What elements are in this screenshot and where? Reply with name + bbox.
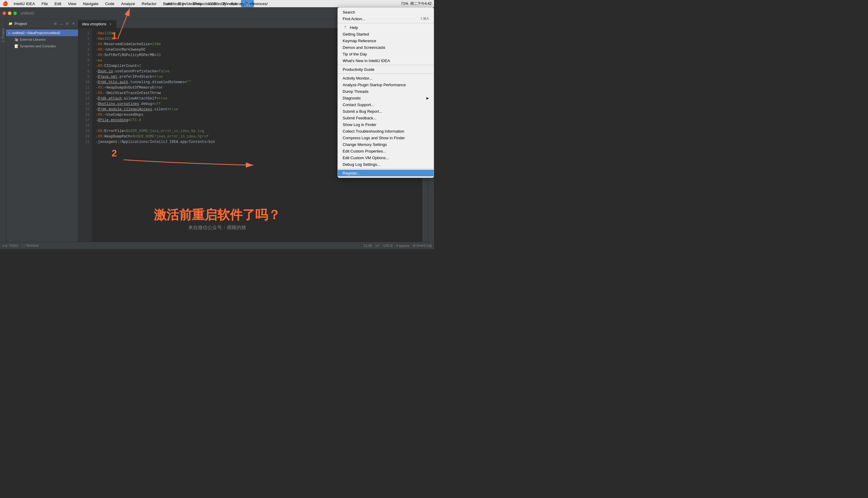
collapse-icon[interactable]: —	[59, 22, 64, 26]
demos-label: Demos and Screencasts	[342, 45, 386, 50]
traffic-lights	[2, 11, 17, 15]
hide-icon[interactable]: ✕	[71, 22, 76, 26]
menu-show-log[interactable]: Show Log in Finder	[338, 121, 434, 128]
maximize-button[interactable]	[13, 11, 17, 15]
debug-log-label: Debug Log Settings...	[342, 162, 380, 167]
menubar-navigate[interactable]: Navigate	[80, 0, 101, 7]
menu-submit-bug[interactable]: Submit a Bug Report...	[338, 108, 434, 115]
menubar-code[interactable]: Code	[103, 0, 117, 7]
indent: 4 spaces	[396, 244, 409, 248]
menubar-right: 71% 周二下午4:42	[401, 1, 431, 6]
analyze-plugin-label: Analyze Plugin Startup Performance	[342, 82, 406, 87]
menu-productivity[interactable]: Productivity Guide	[338, 66, 434, 73]
menu-demos[interactable]: Demos and Screencasts	[338, 44, 434, 51]
submit-feedback-label: Submit Feedback...	[342, 116, 376, 120]
menubar: 🍎 IntelliJ IDEA File Edit View Navigate …	[0, 0, 434, 7]
line-numbers: 12345 678910 1112131415 1617181920 21	[78, 28, 92, 242]
menu-submit-feedback[interactable]: Submit Feedback...	[338, 115, 434, 121]
menu-dump-threads[interactable]: Dump Threads	[338, 88, 434, 95]
menu-collect-troubleshooting[interactable]: Collect Troubleshooting Information	[338, 128, 434, 134]
event-log[interactable]: ⊘ Event Log	[413, 244, 431, 248]
vertical-tabs-left: 1: Project	[0, 19, 6, 242]
status-right: 21:45 LF UTF-8 4 spaces ⊘ Event Log	[364, 244, 431, 248]
compress-logs-label: Compress Logs and Show in Finder	[342, 136, 405, 140]
tip-label: Tip of the Day	[342, 52, 367, 56]
project-panel: 📁 Project ⊕ — ⚙ ✕ ▶ untitled2 ~/IdeaProj…	[6, 19, 78, 242]
register-label: Register...	[342, 171, 360, 175]
menu-change-memory[interactable]: Change Memory Settings	[338, 141, 434, 148]
locate-icon[interactable]: ⊕	[53, 22, 57, 26]
diagnostic-label: Diagnostic	[342, 96, 361, 100]
collect-troubleshooting-label: Collect Troubleshooting Information	[342, 129, 404, 133]
menubar-view[interactable]: View	[65, 0, 79, 7]
battery-status: 71%	[401, 1, 409, 6]
menubar-file[interactable]: File	[39, 0, 50, 7]
diagnostic-arrow: ▶	[426, 96, 429, 100]
menu-tip-of-day[interactable]: Tip of the Day	[338, 51, 434, 57]
vtab-project[interactable]: 1: Project	[1, 28, 5, 42]
edit-custom-props-label: Edit Custom Properties...	[342, 149, 386, 154]
project-tree: ▶ untitled2 ~/IdeaProjects/untitled2 📚 E…	[6, 28, 78, 242]
menubar-refactor[interactable]: Refactor	[139, 0, 159, 7]
menu-contact-support[interactable]: Contact Support...	[338, 101, 434, 108]
help-dropdown-menu: Search Find Action... ⇧⌘A ? Help Getting…	[337, 7, 434, 178]
tree-item-external-label: External Libraries	[20, 38, 46, 41]
menu-edit-custom-props[interactable]: Edit Custom Properties...	[338, 148, 434, 154]
menu-keymap[interactable]: Keymap Reference	[338, 37, 434, 44]
lib-icon: 📚	[14, 38, 19, 42]
todo-tab[interactable]: ≡ 6: TODO	[2, 244, 18, 248]
menu-compress-logs[interactable]: Compress Logs and Show in Finder	[338, 134, 434, 141]
menu-find-action[interactable]: Find Action... ⇧⌘A	[338, 15, 434, 22]
menubar-edit[interactable]: Edit	[52, 0, 64, 7]
clock: 周二下午4:42	[410, 1, 431, 6]
menubar-analyze[interactable]: Analyze	[119, 0, 138, 7]
separator-3	[338, 74, 434, 74]
project-icon: 📁	[9, 22, 13, 26]
encoding: UTF-8	[383, 244, 392, 248]
help-icon: ?	[342, 25, 348, 29]
menubar-intellij[interactable]: IntelliJ IDEA	[11, 0, 37, 7]
submit-bug-label: Submit a Bug Report...	[342, 109, 383, 114]
minimize-button[interactable]	[8, 11, 11, 15]
status-bar: ≡ 6: TODO ⬛ Terminal 21:45 LF UTF-8 4 sp…	[0, 242, 434, 249]
menu-whats-new[interactable]: What's New in IntelliJ IDEA	[338, 57, 434, 64]
tab-close-button[interactable]: ✕	[108, 22, 113, 26]
settings-icon[interactable]: ⚙	[65, 22, 70, 26]
line-col: 21:45	[364, 244, 372, 248]
line-ending: LF	[375, 244, 379, 248]
dump-threads-label: Dump Threads	[342, 89, 368, 94]
tree-item-scratch-label: Scratches and Consoles	[20, 44, 56, 48]
tab-label: idea.vmoptions	[82, 22, 106, 26]
keymap-label: Keymap Reference	[342, 39, 376, 43]
apple-menu[interactable]: 🍎	[2, 1, 8, 6]
getting-started-label: Getting Started	[342, 32, 369, 37]
whats-new-label: What's New in IntelliJ IDEA	[342, 58, 390, 63]
window-name: untitled2	[21, 11, 34, 15]
edit-custom-vm-label: Edit Custom VM Options...	[342, 156, 389, 160]
editor-tab-vmoptions[interactable]: idea.vmoptions ✕	[78, 20, 116, 28]
project-panel-title: Project	[14, 22, 27, 26]
menu-debug-log[interactable]: Debug Log Settings...	[338, 161, 434, 168]
tree-item-scratches[interactable]: 📝 Scratches and Consoles	[6, 43, 78, 50]
menu-edit-custom-vm[interactable]: Edit Custom VM Options...	[338, 154, 434, 161]
menu-activity-monitor[interactable]: Activity Monitor...	[338, 75, 434, 81]
close-button[interactable]	[2, 11, 6, 15]
menu-register[interactable]: Register...	[338, 170, 434, 176]
tree-item-label: untitled2 ~/IdeaProjects/untitled2	[12, 31, 60, 35]
project-panel-header: 📁 Project ⊕ — ⚙ ✕	[6, 19, 78, 28]
menu-diagnostic[interactable]: Diagnostic ▶	[338, 95, 434, 101]
menu-search[interactable]: Search	[338, 9, 434, 15]
folder-icon: ▶	[9, 31, 11, 35]
change-memory-label: Change Memory Settings	[342, 142, 387, 147]
tree-item-untitled2[interactable]: ▶ untitled2 ~/IdeaProjects/untitled2	[6, 29, 78, 36]
separator-4	[338, 169, 434, 169]
productivity-label: Productivity Guide	[342, 67, 375, 72]
menu-analyze-plugin[interactable]: Analyze Plugin Startup Performance	[338, 81, 434, 88]
panel-icons: ⊕ — ⚙ ✕	[53, 22, 76, 26]
tree-item-external-libraries[interactable]: 📚 External Libraries	[6, 36, 78, 43]
separator-1	[338, 23, 434, 23]
menu-help[interactable]: ? Help	[338, 24, 434, 31]
terminal-tab[interactable]: ⬛ Terminal	[21, 244, 38, 248]
menu-getting-started[interactable]: Getting Started	[338, 31, 434, 37]
contact-support-label: Contact Support...	[342, 103, 374, 107]
